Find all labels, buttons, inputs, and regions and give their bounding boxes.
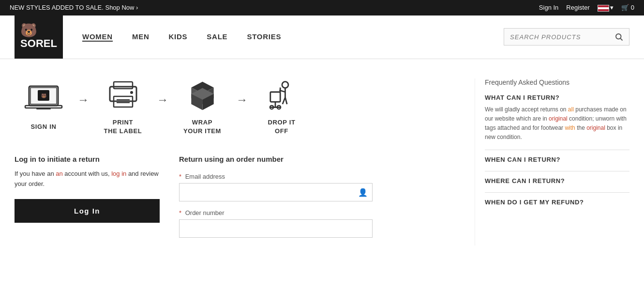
search-input[interactable] (510, 33, 614, 41)
arrow-3: → (236, 93, 248, 107)
faq-question-2[interactable]: WHERE CAN I RETURN? (485, 177, 629, 184)
left-section: 🐻 SIGN IN → (15, 78, 460, 246)
arrow-1: → (77, 93, 89, 107)
order-input[interactable] (179, 219, 373, 238)
nav-women[interactable]: WOMEN (82, 32, 113, 42)
faq-item-0: WHAT CAN I RETURN? We will gladly accept… (485, 94, 629, 142)
cart-wrapper[interactable]: 🛒 0 (621, 4, 634, 11)
svg-rect-6 (25, 106, 62, 108)
email-input[interactable] (179, 183, 373, 201)
step-drop: DROP ITOFF (253, 78, 311, 136)
step-wrap-label: WRAPYOUR ITEM (183, 118, 221, 136)
faq-item-1: WHEN CAN I RETURN? (485, 156, 629, 163)
header: 🐻 SOREL WOMEN MEN KIDS SALE STORIES (0, 15, 644, 59)
nav-kids[interactable]: KIDS (169, 32, 188, 42)
register-link[interactable]: Register (566, 4, 589, 11)
search-bar (504, 28, 629, 46)
nav-men[interactable]: MEN (132, 32, 150, 42)
divider-1 (485, 150, 629, 150)
main-nav: WOMEN MEN KIDS SALE STORIES (82, 32, 504, 42)
return-title: Return using an order number (179, 155, 373, 163)
return-section: Return using an order number * Email add… (179, 155, 373, 246)
nav-sale[interactable]: SALE (207, 32, 227, 42)
email-input-wrapper: 👤 (179, 183, 373, 201)
order-field-wrapper: * Order number (179, 209, 373, 238)
banner-message[interactable]: NEW STYLES ADDED TO SALE. Shop Now › (10, 4, 138, 11)
forms-row: Log in to initiate a return If you have … (15, 155, 460, 246)
highlight-original2: original (586, 124, 605, 131)
faq-answer-0: We will gladly accept returns on all pur… (485, 105, 629, 142)
main-content: 🐻 SIGN IN → (0, 59, 644, 255)
order-required: * (179, 209, 181, 216)
svg-point-0 (616, 34, 621, 39)
box-icon (183, 78, 222, 112)
logo[interactable]: 🐻 SOREL (15, 15, 63, 59)
highlight-with: with (565, 124, 575, 131)
email-field-wrapper: * Email address 👤 (179, 173, 373, 201)
faq-item-3: WHEN DO I GET MY REFUND? (485, 199, 629, 206)
log-in-link[interactable]: log in (111, 170, 126, 177)
divider-2 (485, 171, 629, 171)
steps-row: 🐻 SIGN IN → (15, 78, 460, 136)
faq-section: Frequently Asked Questions WHAT CAN I RE… (475, 78, 629, 246)
step-sign-in-label: SIGN IN (31, 123, 57, 131)
svg-text:🐻: 🐻 (41, 93, 47, 99)
arrow-2: → (157, 93, 168, 107)
logo-bear-icon: 🐻 (20, 24, 57, 37)
login-section: Log in to initiate a return If you have … (15, 155, 160, 223)
login-title: Log in to initiate a return (15, 155, 160, 163)
printer-icon (104, 78, 142, 112)
nav-stories[interactable]: STORIES (247, 32, 281, 42)
highlight-all: all (568, 106, 574, 113)
faq-title: Frequently Asked Questions (485, 78, 629, 86)
laptop-icon: 🐻 (24, 83, 63, 117)
search-icon (614, 32, 623, 41)
email-required: * (179, 173, 181, 180)
faq-question-3[interactable]: WHEN DO I GET MY REFUND? (485, 199, 629, 206)
step-print: PRINTTHE LABEL (94, 78, 152, 136)
top-banner: NEW STYLES ADDED TO SALE. Shop Now › Sig… (0, 0, 644, 15)
sign-in-link[interactable]: Sign In (539, 4, 558, 11)
svg-point-13 (130, 91, 133, 94)
svg-line-1 (620, 38, 622, 40)
person-icon: 👤 (358, 187, 368, 197)
cart-count: 0 (631, 4, 634, 11)
divider-3 (485, 192, 629, 193)
delivery-icon (262, 78, 301, 112)
svg-rect-9 (114, 82, 133, 89)
search-button[interactable] (614, 32, 623, 41)
login-button[interactable]: Log In (15, 199, 160, 223)
faq-item-2: WHERE CAN I RETURN? (485, 177, 629, 184)
step-drop-label: DROP ITOFF (268, 118, 295, 136)
step-wrap: WRAPYOUR ITEM (173, 78, 231, 136)
login-description: If you have an an account with us, log i… (15, 169, 160, 189)
svg-rect-7 (36, 108, 51, 109)
banner-right: Sign In Register ▾ 🛒 0 (539, 4, 634, 12)
faq-question-0[interactable]: WHAT CAN I RETURN? (485, 94, 629, 101)
svg-line-24 (285, 97, 287, 104)
svg-rect-25 (270, 92, 280, 102)
highlight-original: original (549, 115, 568, 122)
email-label: * Email address (179, 173, 373, 180)
svg-point-20 (282, 82, 288, 88)
step-print-label: PRINTTHE LABEL (104, 118, 142, 136)
order-label: * Order number (179, 209, 373, 216)
faq-question-1[interactable]: WHEN CAN I RETURN? (485, 156, 629, 163)
step-sign-in: 🐻 SIGN IN (15, 83, 73, 131)
flag-icon[interactable]: ▾ (598, 4, 614, 12)
logo-text: SOREL (20, 37, 57, 50)
account-link[interactable]: an (56, 170, 62, 177)
